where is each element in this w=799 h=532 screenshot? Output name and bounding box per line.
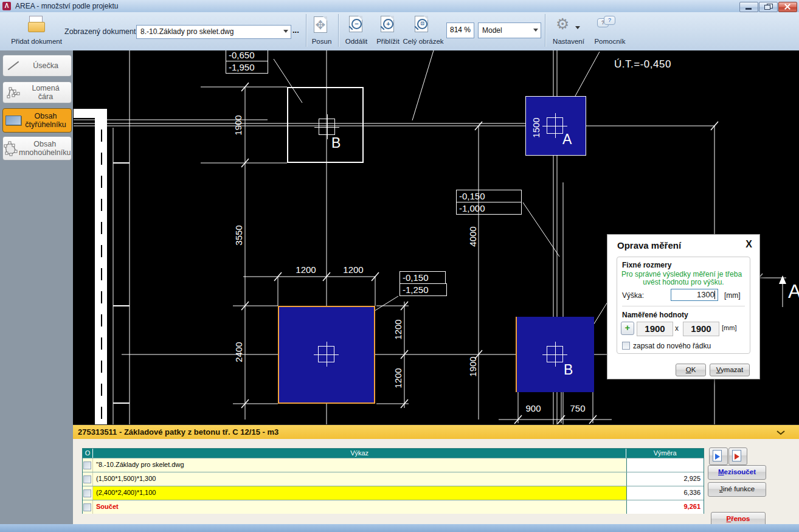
row-checkbox[interactable] — [83, 489, 91, 497]
footing-b2-label: B — [564, 362, 573, 378]
chevron-down-icon — [533, 29, 538, 32]
height-input[interactable]: 1300 — [671, 289, 718, 301]
zoom-level-field[interactable]: 814 % — [446, 22, 474, 38]
helper-button[interactable]: ? ? — [597, 16, 621, 36]
close-button[interactable] — [778, 2, 797, 12]
results-panel: O Výkaz Výměra "8.-10.Základy pro skelet… — [73, 439, 799, 524]
window-bottom-border — [0, 524, 799, 532]
row-checkbox[interactable] — [83, 461, 91, 469]
rectangle-icon — [3, 116, 24, 125]
column-marker — [547, 346, 563, 362]
restore-button[interactable] — [759, 2, 778, 12]
app-logo-icon: Λ — [2, 2, 11, 10]
ok-button[interactable]: OK — [676, 364, 706, 376]
measured-depth-field[interactable]: 1900 — [683, 322, 719, 336]
table-row-selected[interactable]: (2,400*2,400)*1,100 6,336 — [83, 486, 704, 500]
polyline-icon — [3, 85, 24, 100]
zoom-out-label: Oddálit — [341, 38, 372, 45]
table-row[interactable]: "8.-10.Základy pro skelet.dwg — [83, 458, 704, 472]
row-checkbox[interactable] — [83, 503, 91, 511]
row-check-cell[interactable] — [83, 500, 93, 514]
settings-button[interactable]: ⚙ — [555, 15, 581, 36]
displayed-document-label: Zobrazený dokument: — [64, 27, 138, 36]
space-combo[interactable]: Model — [478, 22, 541, 38]
blue-arrow-icon — [715, 454, 720, 460]
row-check-cell[interactable] — [83, 472, 93, 486]
dialog-groupbox: Fixné rozmery Pro správné výsledky měřen… — [617, 257, 750, 354]
column-marker — [319, 119, 335, 135]
elevation-label: -1,000 — [456, 202, 522, 215]
dim-label: 3550 — [233, 221, 243, 249]
tool-line-label: Úsečka — [24, 61, 71, 70]
section-mark-label: A — [788, 280, 799, 303]
more-documents-button[interactable]: ... — [292, 26, 299, 35]
measured-width-field[interactable]: 1900 — [637, 322, 673, 336]
add-document-button[interactable] — [28, 16, 46, 35]
tool-polyline-button[interactable]: Lomená čára — [2, 81, 72, 103]
fit-view-icon: ⊡ — [417, 19, 427, 29]
export-out-button[interactable] — [728, 447, 747, 465]
elevation-label: -0,150 — [456, 190, 522, 202]
text-caret — [714, 291, 715, 299]
elevation-label: -0,150 — [400, 271, 446, 284]
space-value: Model — [482, 26, 502, 35]
dialog-close-button[interactable]: X — [745, 239, 752, 250]
dim-label: 2400 — [233, 338, 243, 366]
polygon-icon — [3, 140, 19, 156]
toolbar: Přidat dokument Zobrazený dokument: 8.-1… — [0, 12, 799, 51]
dim-label: 1500 — [531, 114, 541, 142]
other-functions-button[interactable]: Jiné funkce — [708, 482, 766, 497]
question-bubble-icon: ? — [604, 16, 615, 25]
settings-label: Nastavení — [551, 38, 586, 45]
tool-sidebar: Úsečka Lomená čára Obsahčtyřúhelníku Obs… — [0, 50, 74, 524]
dim-label: 1200 — [292, 264, 320, 274]
row-check-cell[interactable] — [83, 458, 93, 472]
tool-polyline-label: Lomená čára — [24, 84, 71, 102]
clear-button[interactable]: Vymazat — [710, 364, 750, 376]
add-measurement-button[interactable]: + — [621, 322, 634, 335]
tool-rect-area-label2: čtyřúhelníku — [25, 120, 66, 129]
table-row[interactable]: (1,500*1,500)*1,300 2,925 — [83, 472, 704, 486]
zoom-out-button[interactable]: − — [347, 16, 367, 36]
measured-values-title: Naměřené hodnoty — [622, 311, 688, 319]
hint-line1: Pro správné výsledky měření je třeba — [621, 270, 742, 278]
elevation-label: -1,950 — [226, 61, 268, 74]
export-in-button[interactable] — [709, 447, 728, 465]
hint-line2: uvést hodnotu pro výšku. — [617, 278, 750, 286]
newline-checkbox[interactable] — [622, 342, 630, 350]
pan-move-icon: ✥ — [314, 19, 327, 31]
dim-label: 1200 — [393, 364, 403, 392]
row-vykaz: "8.-10.Základy pro skelet.dwg — [93, 458, 626, 472]
table-row-sum[interactable]: Součet 9,261 — [83, 500, 704, 514]
fit-view-button[interactable]: ⊡ — [412, 16, 433, 36]
zoom-in-button[interactable]: + — [378, 16, 399, 36]
tool-poly-area-button[interactable]: Obsahmnohoúhelníku — [2, 136, 72, 161]
displayed-document-combo[interactable]: 8.-10.Základy pro skelet.dwg — [136, 25, 291, 39]
zoom-in-icon: + — [383, 19, 393, 29]
footing-b1-label: B — [331, 135, 341, 151]
minimize-button[interactable] — [739, 2, 758, 12]
pan-button[interactable]: ✥ — [311, 16, 332, 37]
dialog-title: Oprava měření — [617, 240, 681, 250]
table-header: O Výkaz Výměra — [83, 449, 704, 458]
results-table: O Výkaz Výměra "8.-10.Základy pro skelet… — [82, 448, 704, 514]
separator — [338, 14, 339, 47]
subtotal-button[interactable]: Mezisoučet — [708, 465, 766, 480]
tool-line-button[interactable]: Úsečka — [2, 55, 72, 77]
chevron-down-icon — [283, 30, 288, 33]
fixed-dimensions-title: Fixné rozmery — [622, 261, 671, 269]
row-check-cell[interactable] — [83, 486, 93, 500]
row-vymera: 9,261 — [626, 500, 704, 514]
folder-icon — [28, 22, 45, 32]
current-item-bar[interactable]: 275313511 - Základové patky z betonu tř.… — [73, 424, 799, 440]
window-title: AREA - množství podle projektu — [15, 2, 118, 10]
row-checkbox[interactable] — [83, 475, 91, 483]
row-vymera — [626, 458, 704, 472]
dim-label: 750 — [566, 403, 590, 413]
zoom-out-icon: − — [351, 19, 362, 29]
tool-rect-area-button[interactable]: Obsahčtyřúhelníku — [2, 108, 72, 133]
zoom-in-label: Přiblížit — [371, 38, 405, 45]
tool-rect-area-label1: Obsah — [35, 112, 57, 120]
tool-poly-area-label1: Obsah — [33, 140, 56, 148]
displayed-document-value: 8.-10.Základy pro skelet.dwg — [140, 27, 233, 36]
